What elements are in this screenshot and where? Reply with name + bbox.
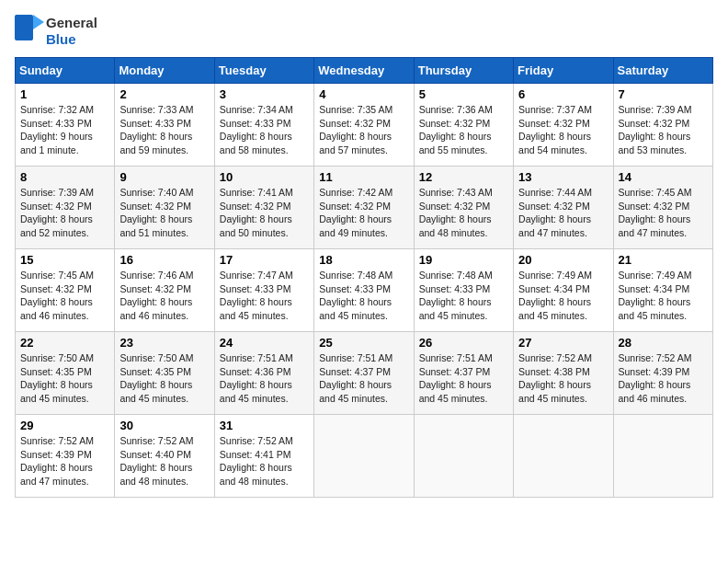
calendar-week-4: 22 Sunrise: 7:50 AM Sunset: 4:35 PM Dayl…	[16, 332, 713, 415]
day-header-monday: Monday	[115, 58, 214, 84]
day-info: Sunrise: 7:37 AM Sunset: 4:32 PM Dayligh…	[518, 104, 592, 155]
logo-blue-text: Blue	[46, 31, 97, 48]
day-number: 16	[119, 253, 209, 267]
day-number: 30	[119, 419, 209, 432]
day-info: Sunrise: 7:52 AM Sunset: 4:39 PM Dayligh…	[619, 352, 692, 404]
calendar-cell: 27 Sunrise: 7:52 AM Sunset: 4:38 PM Dayl…	[514, 332, 613, 415]
day-info: Sunrise: 7:43 AM Sunset: 4:32 PM Dayligh…	[419, 187, 493, 238]
calendar-cell: 4 Sunrise: 7:35 AM Sunset: 4:32 PM Dayli…	[314, 84, 414, 167]
day-info: Sunrise: 7:33 AM Sunset: 4:33 PM Dayligh…	[119, 104, 193, 155]
day-number: 13	[518, 170, 608, 184]
day-number: 4	[319, 87, 408, 101]
day-info: Sunrise: 7:49 AM Sunset: 4:34 PM Dayligh…	[619, 270, 692, 321]
day-number: 22	[20, 336, 109, 350]
day-number: 28	[619, 336, 708, 350]
day-info: Sunrise: 7:51 AM Sunset: 4:36 PM Dayligh…	[220, 352, 293, 404]
day-number: 23	[119, 336, 209, 350]
day-number: 11	[319, 170, 408, 184]
calendar-cell: 23 Sunrise: 7:50 AM Sunset: 4:35 PM Dayl…	[115, 332, 214, 415]
day-info: Sunrise: 7:50 AM Sunset: 4:35 PM Dayligh…	[20, 352, 94, 404]
day-info: Sunrise: 7:44 AM Sunset: 4:32 PM Dayligh…	[518, 187, 592, 238]
calendar-cell: 28 Sunrise: 7:52 AM Sunset: 4:39 PM Dayl…	[613, 332, 712, 415]
day-header-saturday: Saturday	[613, 58, 712, 84]
calendar-cell: 11 Sunrise: 7:42 AM Sunset: 4:32 PM Dayl…	[314, 167, 414, 249]
calendar-cell: 31 Sunrise: 7:52 AM Sunset: 4:41 PM Dayl…	[214, 415, 313, 498]
day-number: 2	[119, 87, 209, 101]
day-header-thursday: Thursday	[414, 58, 513, 84]
day-info: Sunrise: 7:40 AM Sunset: 4:32 PM Dayligh…	[119, 187, 193, 238]
day-info: Sunrise: 7:45 AM Sunset: 4:32 PM Dayligh…	[619, 187, 692, 238]
calendar-cell: 13 Sunrise: 7:44 AM Sunset: 4:32 PM Dayl…	[514, 167, 613, 249]
svg-rect-0	[15, 15, 33, 40]
day-number: 10	[220, 170, 309, 184]
calendar-header-row: SundayMondayTuesdayWednesdayThursdayFrid…	[16, 58, 713, 84]
day-info: Sunrise: 7:51 AM Sunset: 4:37 PM Dayligh…	[319, 352, 392, 404]
day-number: 5	[419, 87, 508, 101]
svg-marker-1	[33, 15, 44, 29]
day-number: 15	[20, 253, 109, 267]
calendar-cell: 9 Sunrise: 7:40 AM Sunset: 4:32 PM Dayli…	[115, 167, 214, 249]
day-info: Sunrise: 7:52 AM Sunset: 4:38 PM Dayligh…	[518, 352, 592, 404]
day-info: Sunrise: 7:36 AM Sunset: 4:32 PM Dayligh…	[419, 104, 493, 155]
page-header: General Blue	[15, 15, 713, 48]
calendar-cell: 14 Sunrise: 7:45 AM Sunset: 4:32 PM Dayl…	[613, 167, 712, 249]
calendar-week-2: 8 Sunrise: 7:39 AM Sunset: 4:32 PM Dayli…	[16, 167, 713, 249]
calendar-week-3: 15 Sunrise: 7:45 AM Sunset: 4:32 PM Dayl…	[16, 249, 713, 332]
day-info: Sunrise: 7:39 AM Sunset: 4:32 PM Dayligh…	[20, 187, 94, 238]
calendar-cell	[314, 415, 414, 498]
day-info: Sunrise: 7:52 AM Sunset: 4:40 PM Dayligh…	[119, 435, 193, 487]
day-number: 24	[220, 336, 309, 350]
day-info: Sunrise: 7:52 AM Sunset: 4:41 PM Dayligh…	[220, 435, 293, 487]
calendar-cell: 5 Sunrise: 7:36 AM Sunset: 4:32 PM Dayli…	[414, 84, 513, 167]
logo-general-text: General	[46, 15, 97, 31]
calendar-cell: 7 Sunrise: 7:39 AM Sunset: 4:32 PM Dayli…	[613, 84, 712, 167]
calendar-cell: 2 Sunrise: 7:33 AM Sunset: 4:33 PM Dayli…	[115, 84, 214, 167]
day-number: 20	[518, 253, 608, 267]
calendar-cell	[514, 415, 613, 498]
calendar-cell	[414, 415, 513, 498]
calendar-week-5: 29 Sunrise: 7:52 AM Sunset: 4:39 PM Dayl…	[16, 415, 713, 498]
day-info: Sunrise: 7:32 AM Sunset: 4:33 PM Dayligh…	[20, 104, 94, 155]
calendar-cell: 10 Sunrise: 7:41 AM Sunset: 4:32 PM Dayl…	[214, 167, 313, 249]
day-info: Sunrise: 7:52 AM Sunset: 4:39 PM Dayligh…	[20, 435, 94, 487]
calendar-cell: 21 Sunrise: 7:49 AM Sunset: 4:34 PM Dayl…	[613, 249, 712, 332]
day-number: 18	[319, 253, 408, 267]
logo: General Blue	[15, 15, 97, 48]
calendar-cell: 18 Sunrise: 7:48 AM Sunset: 4:33 PM Dayl…	[314, 249, 414, 332]
day-info: Sunrise: 7:45 AM Sunset: 4:32 PM Dayligh…	[20, 270, 94, 321]
day-number: 31	[220, 419, 309, 432]
day-header-tuesday: Tuesday	[214, 58, 313, 84]
calendar-cell: 12 Sunrise: 7:43 AM Sunset: 4:32 PM Dayl…	[414, 167, 513, 249]
day-info: Sunrise: 7:49 AM Sunset: 4:34 PM Dayligh…	[518, 270, 592, 321]
day-info: Sunrise: 7:51 AM Sunset: 4:37 PM Dayligh…	[419, 352, 493, 404]
day-number: 19	[419, 253, 508, 267]
day-number: 6	[518, 87, 608, 101]
day-info: Sunrise: 7:39 AM Sunset: 4:32 PM Dayligh…	[619, 104, 692, 155]
calendar-table: SundayMondayTuesdayWednesdayThursdayFrid…	[15, 57, 713, 498]
day-header-sunday: Sunday	[16, 58, 115, 84]
day-info: Sunrise: 7:41 AM Sunset: 4:32 PM Dayligh…	[220, 187, 293, 238]
day-number: 7	[619, 87, 708, 101]
calendar-cell: 17 Sunrise: 7:47 AM Sunset: 4:33 PM Dayl…	[214, 249, 313, 332]
calendar-cell: 29 Sunrise: 7:52 AM Sunset: 4:39 PM Dayl…	[16, 415, 115, 498]
calendar-cell: 30 Sunrise: 7:52 AM Sunset: 4:40 PM Dayl…	[115, 415, 214, 498]
day-info: Sunrise: 7:46 AM Sunset: 4:32 PM Dayligh…	[119, 270, 193, 321]
day-info: Sunrise: 7:48 AM Sunset: 4:33 PM Dayligh…	[419, 270, 493, 321]
day-number: 27	[518, 336, 608, 350]
day-number: 12	[419, 170, 508, 184]
logo-flag-icon	[15, 15, 44, 48]
day-number: 14	[619, 170, 708, 184]
day-number: 21	[619, 253, 708, 267]
day-info: Sunrise: 7:42 AM Sunset: 4:32 PM Dayligh…	[319, 187, 392, 238]
calendar-cell: 3 Sunrise: 7:34 AM Sunset: 4:33 PM Dayli…	[214, 84, 313, 167]
day-info: Sunrise: 7:35 AM Sunset: 4:32 PM Dayligh…	[319, 104, 392, 155]
day-number: 25	[319, 336, 408, 350]
day-number: 1	[20, 87, 109, 101]
day-number: 17	[220, 253, 309, 267]
day-number: 8	[20, 170, 109, 184]
calendar-cell	[613, 415, 712, 498]
calendar-week-1: 1 Sunrise: 7:32 AM Sunset: 4:33 PM Dayli…	[16, 84, 713, 167]
day-number: 9	[119, 170, 209, 184]
calendar-cell: 15 Sunrise: 7:45 AM Sunset: 4:32 PM Dayl…	[16, 249, 115, 332]
day-header-friday: Friday	[514, 58, 613, 84]
